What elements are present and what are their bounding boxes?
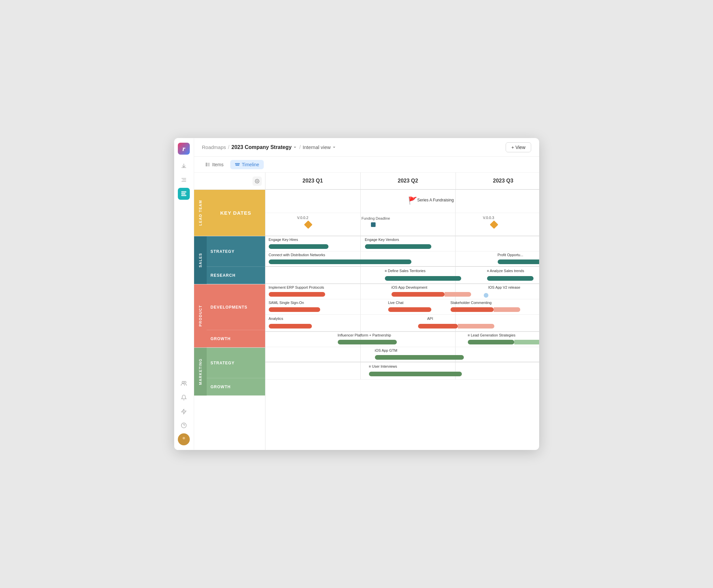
product-dev-row-1: SAML Single Sign-On Live Chat Stakeholde…	[266, 299, 539, 315]
engage-vendors-label: Engage Key Vendors	[365, 237, 399, 241]
erp-bar	[269, 292, 325, 297]
funding-square	[371, 222, 376, 227]
main-content: Roadmaps / 2023 Company Strategy / Inter…	[194, 138, 539, 450]
live-chat-bar	[388, 307, 431, 312]
marketing-growth-label: GROWTH	[207, 378, 265, 396]
connect-dist-label: Connect with Distribution Networks	[269, 253, 326, 257]
v003-diamond	[490, 220, 498, 229]
svg-point-6	[182, 381, 184, 383]
stakeholder-bar	[450, 307, 494, 312]
title-chevron-icon	[293, 145, 297, 150]
engage-vendors-bar	[365, 244, 431, 249]
svg-rect-13	[206, 164, 206, 165]
analytics-bar	[269, 324, 312, 329]
quarter-headers: 2023 Q1 2023 Q2 2023 Q3	[266, 172, 539, 190]
define-sales-label: ≡ Define Sales Territories	[385, 269, 426, 273]
settings-icon[interactable]	[252, 176, 262, 186]
product-dev-row-0: Implement ERP Support Protocols iOS App …	[266, 284, 539, 299]
lightning-icon[interactable]	[178, 405, 190, 417]
product-block: PRODUCT DEVELOPMENTS GROWTH	[194, 285, 265, 348]
stakeholder-label: Stakeholder Commenting	[450, 301, 492, 304]
ios-app-dev-label: iOS App Development	[392, 286, 427, 289]
breadcrumb-sep-2: /	[299, 144, 300, 150]
app-window: r Roadmaps	[174, 138, 539, 450]
download-icon[interactable]	[178, 160, 190, 172]
marketing-subgroups: STRATEGY GROWTH	[207, 348, 265, 396]
ios-gtm-label: iOS App GTM	[375, 349, 397, 352]
breadcrumb: Roadmaps / 2023 Company Strategy / Inter…	[202, 144, 336, 150]
product-vert-label: PRODUCT	[194, 285, 207, 348]
api-bar	[418, 324, 458, 329]
saml-bar	[269, 307, 320, 312]
influencer-bar	[338, 340, 397, 344]
view-selector[interactable]: Internal view	[302, 144, 336, 150]
bell-icon[interactable]	[178, 392, 190, 403]
users-icon[interactable]	[178, 378, 190, 390]
breadcrumb-sep-1: /	[228, 144, 229, 150]
lead-gen-tail	[514, 340, 539, 344]
chart-panel[interactable]: 2023 Q1 2023 Q2 2023 Q3 🚩	[266, 172, 539, 450]
sales-strategy-label: STRATEGY	[207, 236, 265, 267]
analyze-sales-label: ≡ Analyze Sales trends	[487, 269, 524, 273]
sales-research-label: RESEARCH	[207, 267, 265, 284]
sales-subgroups: STRATEGY RESEARCH	[207, 236, 265, 284]
key-dates-main-label: KEY DATES	[207, 190, 265, 236]
help-icon[interactable]	[178, 419, 190, 432]
user-avatar[interactable]	[178, 433, 190, 445]
quarter-q3: 2023 Q3	[456, 172, 539, 189]
labels-panel: LEAD TEAM KEY DATES SALES STRATEGY RESEA…	[194, 172, 266, 450]
ios-v2-circle	[484, 293, 488, 298]
define-sales-bar	[385, 276, 461, 281]
tab-timeline-label: Timeline	[242, 162, 259, 167]
svg-rect-4	[182, 193, 185, 194]
tab-items-label: Items	[212, 162, 224, 167]
list-indent-icon[interactable]	[178, 174, 190, 186]
api-tail	[458, 324, 494, 329]
quarter-q1: 2023 Q1	[266, 172, 361, 189]
user-interviews-bar	[369, 372, 462, 376]
ios-v2-label: IOS App V2 release	[488, 286, 521, 289]
timeline-icon	[235, 162, 240, 167]
tabs-bar: Items Timeline	[194, 156, 539, 172]
api-label: API	[427, 317, 433, 320]
svg-rect-17	[235, 163, 239, 164]
key-dates-vert-label: LEAD TEAM	[194, 190, 207, 236]
tab-items[interactable]: Items	[201, 160, 228, 169]
product-growth-label: GROWTH	[207, 330, 265, 348]
timeline-rows: 🚩 Series A Fundraising V.0.0.2 Funding D…	[266, 190, 539, 380]
key-dates-block: LEAD TEAM KEY DATES	[194, 190, 265, 236]
svg-point-19	[256, 181, 258, 182]
erp-label: Implement ERP Support Protocols	[269, 286, 324, 289]
app-header: Roadmaps / 2023 Company Strategy / Inter…	[194, 138, 539, 156]
svg-rect-15	[206, 166, 206, 166]
quarter-q2: 2023 Q2	[361, 172, 456, 189]
svg-rect-3	[182, 191, 186, 192]
svg-rect-18	[235, 165, 239, 166]
product-developments-label: DEVELOPMENTS	[207, 285, 265, 330]
analyze-sales-bar	[487, 276, 533, 281]
sales-strategy-row-1: Connect with Distribution Networks Profi…	[266, 252, 539, 267]
svg-rect-11	[206, 163, 206, 164]
key-dates-row-1: V.0.0.2 Funding Deadline V.0.0.3	[266, 213, 539, 236]
analytics-label: Analytics	[269, 317, 284, 320]
view-chevron-icon	[332, 145, 336, 150]
svg-rect-5	[182, 195, 186, 196]
tab-timeline[interactable]: Timeline	[230, 160, 264, 169]
roadmap-title: 2023 Company Strategy	[232, 144, 292, 150]
breadcrumb-root[interactable]: Roadmaps	[202, 144, 226, 150]
add-view-button[interactable]: + View	[506, 142, 531, 152]
svg-point-7	[184, 381, 186, 383]
v002-label: V.0.0.2	[297, 216, 309, 220]
ios-app-dev-tail	[445, 292, 471, 297]
view-label: Internal view	[302, 144, 331, 150]
breadcrumb-title[interactable]: 2023 Company Strategy	[232, 144, 297, 150]
labels-panel-header	[194, 172, 265, 190]
app-logo[interactable]: r	[178, 143, 190, 155]
sales-research-row-0: ≡ Define Sales Territories ≡ Analyze Sal…	[266, 267, 539, 284]
roadmap-icon[interactable]	[178, 188, 190, 200]
timeline-area: LEAD TEAM KEY DATES SALES STRATEGY RESEA…	[194, 172, 539, 450]
engage-hires-bar	[269, 244, 329, 249]
marketing-strategy-label: STRATEGY	[207, 348, 265, 378]
series-a-label: Series A Fundraising	[417, 198, 454, 203]
user-interviews-label: ≡ User Interviews	[369, 364, 397, 368]
